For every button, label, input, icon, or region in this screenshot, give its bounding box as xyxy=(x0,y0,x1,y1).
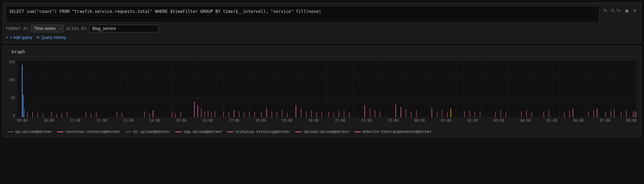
x-label-0500: 05:00 xyxy=(547,119,557,122)
legend-item-4[interactable]: statping-statping@docker xyxy=(227,129,290,134)
alias-by-label: ALIAS BY xyxy=(67,26,86,31)
graph-header: ^ Graph xyxy=(3,49,641,57)
x-label-1500: 15:00 xyxy=(176,119,186,122)
legend-item-0[interactable]: bg-upload@docker xyxy=(7,129,52,134)
format-row: FORMAT AS Time series Table Heatmap ALIA… xyxy=(6,25,638,32)
x-label-0800: 08:00 xyxy=(626,119,637,122)
legend-label-3: img-upload@docker xyxy=(183,129,223,134)
y-label-100: 100 xyxy=(9,78,15,82)
legend-line-0 xyxy=(7,131,14,132)
format-as-label: FORMAT AS xyxy=(6,26,28,31)
x-label-0900: 09:00 xyxy=(17,119,28,122)
legend-label-0: bg-upload@docker xyxy=(15,129,52,134)
legend-label-1: contessa-contessa@docker xyxy=(65,129,121,134)
x-label-2200: 22:00 xyxy=(361,119,372,122)
legend-item-3[interactable]: img-upload@docker xyxy=(175,129,223,134)
format-select[interactable]: Time series Table Heatmap xyxy=(31,25,64,32)
add-query-label: + Add query xyxy=(10,35,32,40)
x-label-1900: 19:00 xyxy=(282,119,292,122)
x-label-1600: 16:00 xyxy=(202,119,213,122)
x-label-1800: 18:00 xyxy=(255,119,266,122)
graph-panel: ^ Graph 150 100 50 0 xyxy=(3,46,641,137)
legend-label-4: statping-statping@docker xyxy=(235,129,290,134)
x-label-1400: 14:00 xyxy=(149,119,160,122)
time-badge: 0.7s xyxy=(610,8,622,14)
legend-item-5[interactable]: upload-upload@docker xyxy=(295,129,349,134)
y-label-150: 150 xyxy=(9,60,15,64)
x-label-0400: 04:00 xyxy=(520,119,531,122)
legend-item-2[interactable]: dl-upload@docker xyxy=(125,129,170,134)
x-label-2000: 20:00 xyxy=(308,119,319,122)
x-label-0200: 02:00 xyxy=(467,119,478,122)
collapse-icon[interactable]: ^ xyxy=(7,50,9,54)
edit-button[interactable]: ✎ xyxy=(602,7,609,14)
legend-line-2 xyxy=(125,131,132,132)
legend-item-1[interactable]: contessa-contessa@docker xyxy=(57,129,121,134)
y-axis: 150 100 50 0 xyxy=(3,60,16,118)
query-history-button[interactable]: ⟳ Query history xyxy=(36,35,66,40)
close-button[interactable]: ✕ xyxy=(631,7,638,14)
x-label-0100: 01:00 xyxy=(441,119,451,122)
x-label-2100: 21:00 xyxy=(335,119,345,122)
x-label-1200: 12:00 xyxy=(96,119,107,122)
graph-area: 150 100 50 0 xyxy=(3,57,641,126)
alias-input[interactable] xyxy=(89,25,159,32)
legend-item-6[interactable]: website-theorangeonenet@docker xyxy=(355,129,432,134)
legend-line-5 xyxy=(295,131,302,132)
legend-line-1 xyxy=(57,131,63,132)
legend-label-5: upload-upload@docker xyxy=(303,129,349,134)
legend: bg-upload@docker contessa-contessa@docke… xyxy=(3,126,641,137)
x-label-0700: 07:00 xyxy=(600,119,610,122)
x-label-0600: 06:00 xyxy=(573,119,584,122)
query-history-label: Query history xyxy=(41,35,66,40)
chart-container xyxy=(17,60,637,118)
legend-label-2: dl-upload@docker xyxy=(133,129,170,134)
query-panel: SELECT sum("count") FROM "traefik.servic… xyxy=(3,3,641,43)
legend-line-4 xyxy=(227,131,233,132)
x-label-1100: 11:00 xyxy=(70,119,80,122)
y-label-50: 50 xyxy=(11,96,15,100)
chart-svg xyxy=(17,60,637,117)
query-input[interactable]: SELECT sum("count") FROM "traefik.servic… xyxy=(6,6,599,23)
x-label-0300: 03:00 xyxy=(494,119,504,122)
legend-line-3 xyxy=(175,131,181,132)
plus-icon: + xyxy=(6,35,8,40)
legend-line-6 xyxy=(355,131,361,132)
grid-h-100 xyxy=(17,117,637,118)
query-actions: ✎ 0.7s ◉ ✕ xyxy=(602,6,638,14)
format-select-wrapper: Time series Table Heatmap xyxy=(31,25,64,32)
x-label-0000: 00:00 xyxy=(414,119,425,122)
graph-title: Graph xyxy=(11,49,25,54)
history-icon: ⟳ xyxy=(36,35,40,40)
y-label-0: 0 xyxy=(13,114,15,118)
add-query-button[interactable]: + + Add query xyxy=(6,35,32,40)
x-label-2300: 23:00 xyxy=(388,119,398,122)
x-axis: 09:00 10:00 11:00 12:00 13:00 14:00 15:0… xyxy=(17,118,637,123)
query-row: SELECT sum("count") FROM "traefik.servic… xyxy=(6,6,638,23)
x-label-1300: 13:00 xyxy=(123,119,133,122)
x-label-1700: 17:00 xyxy=(229,119,239,122)
eye-button[interactable]: ◉ xyxy=(623,7,630,14)
legend-label-6: website-theorangeonenet@docker xyxy=(363,129,432,134)
x-label-1000: 10:00 xyxy=(44,119,54,122)
toolbar-row: + + Add query ⟳ Query history xyxy=(6,35,638,40)
